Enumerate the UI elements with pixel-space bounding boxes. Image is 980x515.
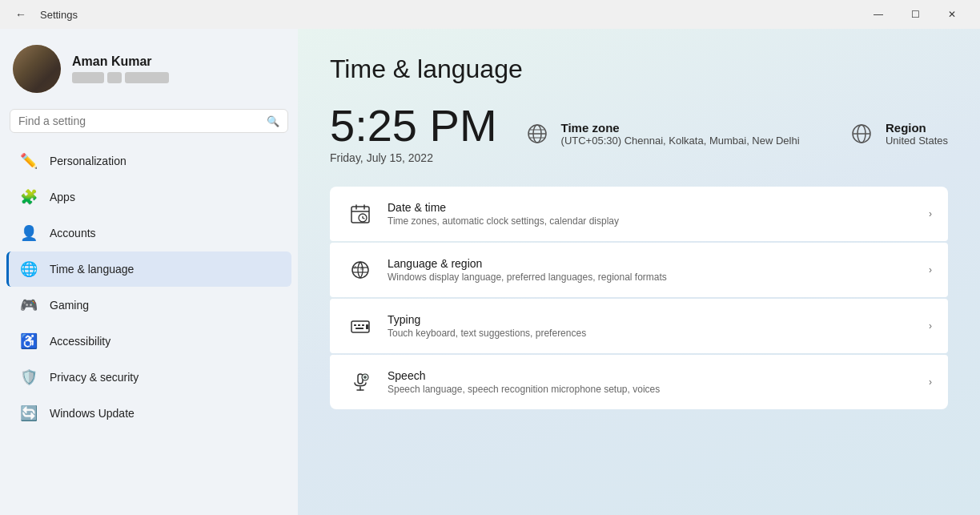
windows-update-icon: 🔄 (19, 404, 38, 423)
privacy-icon: 🛡️ (19, 368, 38, 387)
timezone-label: Time zone (561, 121, 800, 135)
region-label: Region (886, 121, 948, 135)
sidebar-item-gaming[interactable]: 🎮 Gaming (6, 288, 291, 323)
apps-icon: 🧩 (19, 187, 38, 207)
card-title-typing: Typing (388, 313, 916, 326)
svg-rect-21 (354, 324, 356, 326)
sidebar-item-accounts[interactable]: 👤 Accounts (6, 215, 291, 251)
card-desc-language-region: Windows display language, preferred lang… (388, 272, 916, 283)
clock-section: 5:25 PM Friday, July 15, 2022 (330, 103, 497, 164)
user-tag-2 (107, 72, 122, 83)
user-tag-1 (72, 72, 104, 83)
card-typing[interactable]: Typing Touch keyboard, text suggestions,… (330, 299, 948, 353)
sidebar: Aman Kumar 🔍 ✏️ Personalization 🧩 (0, 29, 298, 515)
search-input[interactable] (18, 115, 260, 127)
minimize-button[interactable]: — (860, 0, 897, 29)
timezone-section: Time zone (UTC+05:30) Chennai, Kolkata, … (523, 119, 821, 148)
region-icon (847, 119, 876, 148)
svg-rect-25 (366, 324, 368, 329)
search-box[interactable]: 🔍 (10, 109, 288, 133)
user-tag-3 (125, 72, 169, 83)
svg-rect-22 (358, 324, 360, 326)
svg-rect-23 (362, 324, 364, 326)
app-title: Settings (40, 9, 852, 21)
svg-point-15 (352, 262, 368, 278)
sidebar-item-label-apps: Apps (50, 191, 75, 203)
nav-list: ✏️ Personalization 🧩 Apps 👤 Accounts 🌐 T… (0, 143, 298, 432)
card-chevron-typing: › (929, 320, 932, 332)
card-icon-date-time (346, 199, 375, 228)
card-date-time[interactable]: Date & time Time zones, automatic clock … (330, 187, 948, 241)
search-icon: 🔍 (267, 115, 279, 127)
card-text-typing: Typing Touch keyboard, text suggestions,… (388, 313, 916, 339)
sidebar-item-privacy-security[interactable]: 🛡️ Privacy & security (6, 360, 291, 395)
card-chevron-language-region: › (929, 264, 932, 276)
user-info: Aman Kumar (72, 54, 169, 83)
close-button[interactable]: ✕ (934, 0, 970, 29)
card-language-region[interactable]: A あ Language & region Windows display la… (330, 243, 948, 297)
card-text-speech: Speech Speech language, speech recogniti… (388, 369, 916, 395)
card-title-date-time: Date & time (388, 201, 916, 214)
card-text-date-time: Date & time Time zones, automatic clock … (388, 201, 916, 227)
sidebar-item-apps[interactable]: 🧩 Apps (6, 179, 291, 215)
timezone-value: (UTC+05:30) Chennai, Kolkata, Mumbai, Ne… (561, 135, 800, 147)
card-desc-date-time: Time zones, automatic clock settings, ca… (388, 215, 916, 227)
sidebar-item-personalization[interactable]: ✏️ Personalization (6, 143, 291, 179)
sidebar-item-label-windows-update: Windows Update (50, 407, 135, 420)
timezone-info: Time zone (UTC+05:30) Chennai, Kolkata, … (561, 121, 800, 147)
sidebar-item-windows-update[interactable]: 🔄 Windows Update (6, 396, 291, 431)
sidebar-item-label-time-language: Time & language (50, 263, 134, 276)
card-chevron-speech: › (929, 376, 932, 388)
card-desc-typing: Touch keyboard, text suggestions, prefer… (388, 328, 916, 339)
sidebar-item-label-accessibility: Accessibility (50, 335, 110, 348)
svg-line-14 (363, 218, 364, 219)
page-title: Time & language (330, 54, 948, 84)
main-container: Aman Kumar 🔍 ✏️ Personalization 🧩 (0, 29, 980, 515)
card-speech[interactable]: Speech Speech language, speech recogniti… (330, 355, 948, 409)
timezone-icon (523, 119, 552, 148)
sidebar-item-label-privacy: Privacy & security (50, 371, 139, 384)
card-desc-speech: Speech language, speech recognition micr… (388, 384, 916, 395)
sidebar-item-time-language[interactable]: 🌐 Time & language (6, 251, 291, 287)
avatar (13, 45, 61, 93)
window-controls: — ☐ ✕ (860, 0, 970, 29)
region-section: Region United States (847, 119, 948, 148)
region-value: United States (886, 135, 948, 147)
sidebar-item-label-accounts: Accounts (50, 227, 96, 239)
user-tags (72, 72, 169, 83)
user-name: Aman Kumar (72, 54, 169, 69)
avatar-image (13, 45, 61, 93)
accounts-icon: 👤 (19, 223, 38, 243)
back-button[interactable]: ← (10, 3, 32, 26)
time-language-icon: 🌐 (19, 260, 38, 279)
card-text-language-region: Language & region Windows display langua… (388, 257, 916, 283)
gaming-icon: 🎮 (19, 296, 38, 315)
card-icon-typing (346, 312, 375, 340)
svg-rect-24 (355, 328, 363, 329)
maximize-button[interactable]: ☐ (897, 0, 934, 29)
time-info-bar: 5:25 PM Friday, July 15, 2022 Time zone … (330, 103, 948, 164)
sidebar-item-label-personalization: Personalization (50, 155, 127, 167)
card-icon-language-region: A あ (346, 255, 375, 284)
card-title-speech: Speech (388, 369, 916, 382)
user-profile: Aman Kumar (0, 29, 298, 106)
card-chevron-date-time: › (929, 208, 932, 219)
personalization-icon: ✏️ (19, 151, 38, 171)
sidebar-item-accessibility[interactable]: ♿ Accessibility (6, 324, 291, 359)
region-info: Region United States (886, 121, 948, 147)
sidebar-item-label-gaming: Gaming (50, 299, 89, 312)
content-area: Time & language 5:25 PM Friday, July 15,… (298, 29, 980, 515)
back-icon: ← (15, 8, 26, 21)
svg-text:あ: あ (360, 265, 364, 270)
settings-cards: Date & time Time zones, automatic clock … (330, 187, 948, 409)
accessibility-icon: ♿ (19, 332, 38, 351)
title-bar: ← Settings — ☐ ✕ (0, 0, 980, 29)
clock-date: Friday, July 15, 2022 (330, 151, 497, 164)
card-title-language-region: Language & region (388, 257, 916, 270)
card-icon-speech (346, 368, 375, 396)
clock-time: 5:25 PM (330, 103, 497, 148)
